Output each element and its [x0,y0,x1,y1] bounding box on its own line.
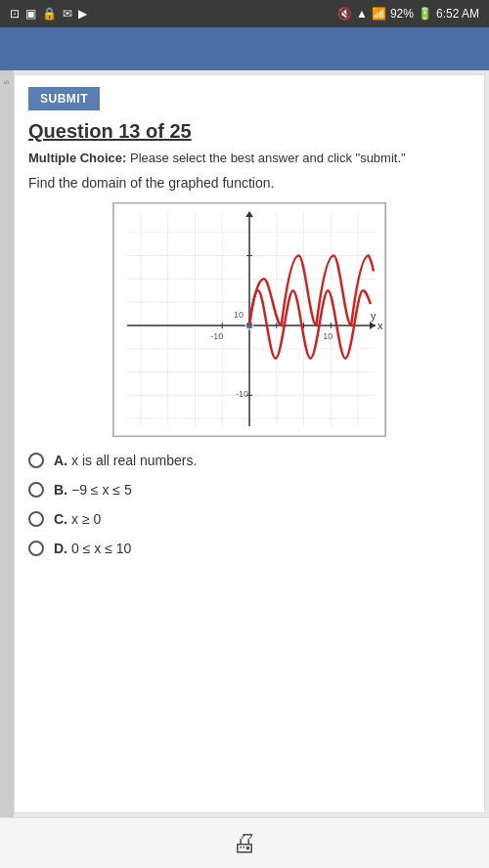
choice-b-letter: B. [54,482,67,498]
message-icon: ✉ [63,7,72,21]
choice-d-text: 0 ≤ x ≤ 10 [71,541,131,556]
choice-a-text: x is all real numbers. [71,453,197,468]
svg-text:-10: -10 [210,331,223,341]
bottom-toolbar: 🖨 [0,817,489,868]
graph-container: y x 10 -10 10 -10 [112,202,386,437]
status-bar: ⊡ ▣ 🔒 ✉ ▶ 🔇 ▲ 📶 92% 🔋 6:52 AM [0,0,489,27]
radio-c[interactable] [28,511,44,527]
choice-a[interactable]: A. x is all real numbers. [28,453,470,468]
status-icons-left: ⊡ ▣ 🔒 ✉ ▶ [10,7,87,21]
choice-c-letter: C. [54,511,67,527]
choice-c-text: x ≥ 0 [71,511,101,527]
question-text: Find the domain of the graphed function. [28,175,470,191]
graph-svg: y x 10 -10 10 -10 [113,203,385,436]
svg-text:10: 10 [323,331,333,341]
play-icon: ▶ [78,7,87,21]
status-icons-right: 🔇 ▲ 📶 92% 🔋 6:52 AM [337,7,479,21]
left-tab: s [0,70,14,817]
radio-d[interactable] [28,541,44,556]
answer-choices: A. x is all real numbers. B. −9 ≤ x ≤ 5 … [28,453,470,556]
wifi-icon: ▲ [356,7,368,21]
lock-icon: 🔒 [42,7,57,21]
screen-icon: ▣ [25,7,36,21]
app-bar [0,27,489,70]
print-icon[interactable]: 🖨 [232,828,257,858]
question-panel: SUBMIT Question 13 of 25 Multiple Choice… [14,74,485,813]
battery-icon: 🔋 [418,7,432,21]
radio-a[interactable] [28,453,44,468]
choice-c[interactable]: C. x ≥ 0 [28,511,470,527]
signal-bars-icon: 📶 [372,7,386,21]
choice-b-text: −9 ≤ x ≤ 5 [71,482,132,498]
time-display: 6:52 AM [436,7,479,21]
question-title: Question 13 of 25 [28,120,470,143]
choice-d-letter: D. [54,541,67,556]
radio-b[interactable] [28,482,44,498]
svg-text:-10: -10 [236,389,248,399]
signal-mute-icon: 🔇 [337,7,352,21]
svg-text:10: 10 [234,310,244,320]
left-tab-label: s [2,80,12,85]
choice-b[interactable]: B. −9 ≤ x ≤ 5 [28,482,470,498]
content-area: s SUBMIT Question 13 of 25 Multiple Choi… [0,70,489,817]
battery-text: 92% [390,7,414,21]
choice-d[interactable]: D. 0 ≤ x ≤ 10 [28,541,470,556]
choice-a-letter: A. [54,453,67,468]
svg-text:y: y [371,310,377,322]
question-instruction: Multiple Choice: Multiple Choice: Please… [28,151,470,165]
notification-icon: ⊡ [10,7,20,21]
svg-text:x: x [378,320,383,331]
submit-button[interactable]: SUBMIT [28,87,100,110]
